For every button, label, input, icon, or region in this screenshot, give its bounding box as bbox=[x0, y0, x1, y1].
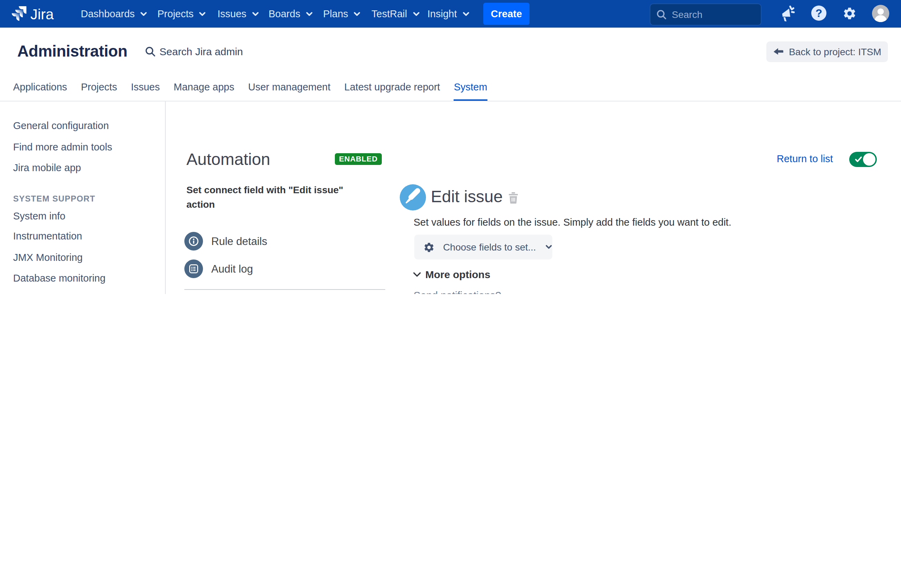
svg-text:?: ? bbox=[815, 7, 822, 19]
